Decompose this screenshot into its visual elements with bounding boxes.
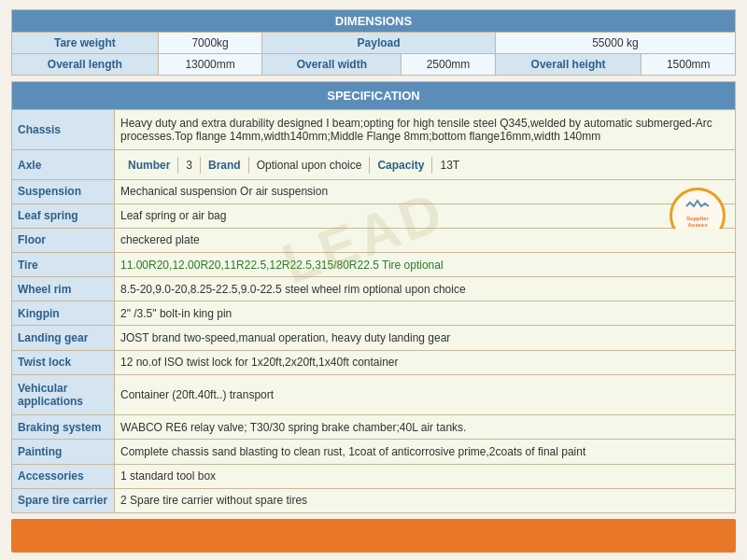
axle-item: Number [120, 157, 178, 174]
height-value: 1500mm [641, 54, 736, 76]
length-value: 13000mm [158, 54, 262, 76]
spec-value-leaf-spring: Leaf spring or air bag SupplierAssessBad… [115, 203, 736, 228]
spec-value-floor: checkered plate [115, 228, 736, 252]
table-row: Braking systemWABCO RE6 relay valve; T30… [12, 415, 736, 440]
spec-value-wheel-rim: 8.5-20,9.0-20,8.25-22.5,9.0-22.5 steel w… [115, 277, 736, 301]
spec-label-accessories: Accessories [12, 464, 115, 488]
spec-label-wheel-rim: Wheel rim [12, 277, 115, 301]
axle-item: Capacity [370, 157, 432, 174]
bottom-bar [11, 519, 736, 553]
tare-value: 7000kg [158, 33, 262, 54]
table-row: Kingpin2" /3.5" bolt-in king pin [12, 301, 736, 326]
table-row: AxleNumber3BrandOptional upon choiceCapa… [12, 150, 736, 179]
specification-title: SPECIFICATION [12, 82, 736, 110]
spec-value-landing-gear: JOST brand two-speed,manual operation, h… [115, 326, 736, 350]
dimensions-table: DIMENSIONS Tare weight 7000kg Payload 55… [11, 9, 736, 76]
spec-value-twist-lock: 12 no.of ISO twist lock for 1x20ft,2x20f… [115, 350, 736, 374]
payload-label: Payload [262, 33, 495, 54]
spec-value-tire: 11.00R20,12.00R20,11R22.5,12R22.5,315/80… [115, 253, 736, 277]
spec-label-leaf-spring: Leaf spring [12, 203, 115, 228]
spec-label-chassis: Chassis [12, 109, 115, 150]
dimensions-title: DIMENSIONS [12, 10, 736, 33]
spec-label-twist-lock: Twist lock [12, 350, 115, 374]
spec-label-tire: Tire [12, 253, 115, 277]
spec-value-suspension: Mechanical suspension Or air suspension [115, 179, 736, 203]
spec-label-vehicular-applications: Vehicular applications [12, 374, 115, 415]
spec-label-kingpin: Kingpin [12, 301, 115, 326]
spec-label-landing-gear: Landing gear [12, 326, 115, 350]
badge-icon [683, 197, 712, 216]
table-row: Spare tire carrier2 Spare tire carrier w… [12, 488, 736, 512]
table-row: Tire11.00R20,12.00R20,11R22.5,12R22.5,31… [12, 253, 736, 277]
axle-item: 3 [178, 157, 201, 174]
spec-value-kingpin: 2" /3.5" bolt-in king pin [115, 301, 736, 326]
spec-label-floor: Floor [12, 228, 115, 252]
spec-label-braking-system: Braking system [12, 415, 115, 440]
axle-item: Optional upon choice [249, 157, 371, 174]
length-label: Overall length [12, 54, 159, 76]
width-label: Overall width [262, 54, 402, 76]
table-row: Twist lock12 no.of ISO twist lock for 1x… [12, 350, 736, 374]
spec-label-spare-tire-carrier: Spare tire carrier [12, 488, 115, 512]
table-row: Floorcheckered plate [12, 228, 736, 252]
table-row: PaintingComplete chassis sand blasting t… [12, 440, 736, 464]
spec-label-suspension: Suspension [12, 179, 115, 203]
table-row: Wheel rim8.5-20,9.0-20,8.25-22.5,9.0-22.… [12, 277, 736, 301]
table-row: Leaf springLeaf spring or air bag Suppli… [12, 203, 736, 228]
spec-value-vehicular-applications: Container (20ft.40ft..) transport [115, 374, 736, 415]
table-row: Landing gearJOST brand two-speed,manual … [12, 326, 736, 350]
table-row: SuspensionMechanical suspension Or air s… [12, 179, 736, 203]
payload-value: 55000 kg [495, 33, 735, 54]
specification-table: SPECIFICATION ChassisHeavy duty and extr… [11, 81, 736, 513]
spec-value-spare-tire-carrier: 2 Spare tire carrier without spare tires [115, 488, 736, 512]
height-label: Overall height [495, 54, 641, 76]
axle-item: 13T [432, 157, 467, 174]
table-row: Accessories1 standard tool box [12, 464, 736, 488]
spec-label-axle: Axle [12, 150, 115, 179]
axle-details: Number3BrandOptional upon choiceCapacity… [120, 157, 729, 174]
spec-value-accessories: 1 standard tool box [115, 464, 736, 488]
spec-value-axle: Number3BrandOptional upon choiceCapacity… [115, 150, 736, 179]
spec-value-braking-system: WABCO RE6 relay valve; T30/30 spring bra… [115, 415, 736, 440]
table-row: Vehicular applicationsContainer (20ft.40… [12, 374, 736, 415]
width-value: 2500mm [402, 54, 496, 76]
axle-item: Brand [201, 157, 249, 174]
spec-value-chassis: Heavy duty and extra durability designed… [115, 109, 736, 150]
spec-value-painting: Complete chassis sand blasting to clean … [115, 440, 736, 464]
spec-label-painting: Painting [12, 440, 115, 464]
tare-label: Tare weight [12, 33, 159, 54]
table-row: ChassisHeavy duty and extra durability d… [12, 109, 736, 150]
